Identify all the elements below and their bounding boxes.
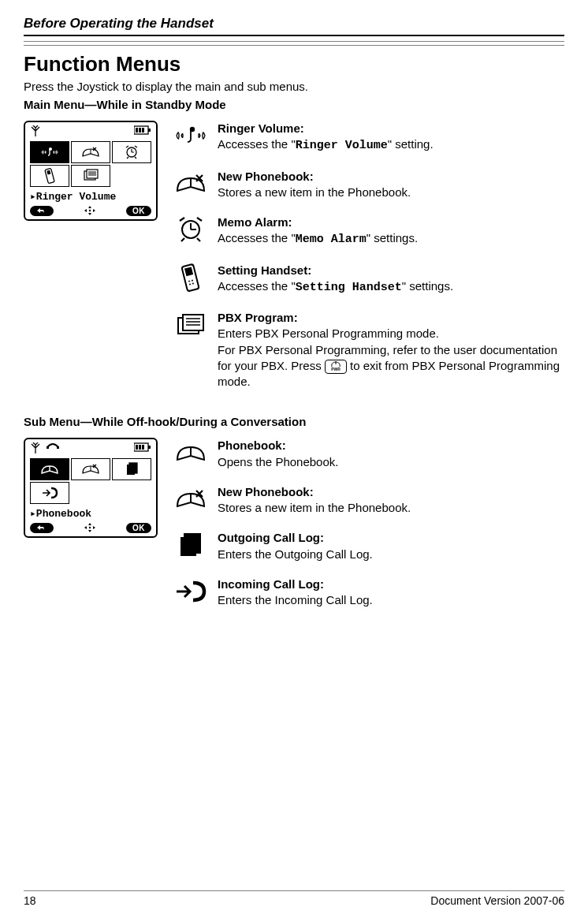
memo-alarm-icon bbox=[173, 215, 208, 244]
phonebook-icon bbox=[173, 438, 208, 468]
item-label: New Phonebook: bbox=[218, 170, 314, 183]
svg-rect-36 bbox=[142, 445, 144, 450]
svg-rect-43 bbox=[184, 534, 200, 553]
svg-rect-3 bbox=[139, 128, 141, 132]
svg-point-14 bbox=[89, 210, 91, 211]
svg-rect-24 bbox=[183, 315, 203, 330]
item-label: New Phonebook: bbox=[218, 485, 314, 498]
svg-point-20 bbox=[192, 279, 193, 281]
handset-screen-main: ▸Ringer Volume OK bbox=[24, 121, 158, 221]
svg-rect-31 bbox=[57, 446, 59, 449]
svg-point-15 bbox=[190, 127, 195, 132]
svg-rect-4 bbox=[142, 128, 144, 132]
list-item: Incoming Call Log: Enters the Incoming C… bbox=[173, 577, 564, 609]
soft-key-back bbox=[30, 523, 54, 533]
list-item: Setting Handset: Accesses the "Setting H… bbox=[173, 263, 564, 297]
grid-pbx-icon bbox=[71, 165, 110, 187]
ringer-volume-icon bbox=[173, 121, 208, 151]
item-label: Outgoing Call Log: bbox=[218, 531, 324, 544]
soft-key-ok: OK bbox=[126, 523, 151, 533]
list-item: New Phonebook: Stores a new item in the … bbox=[173, 169, 564, 201]
main-menu-block: ▸Ringer Volume OK Ring bbox=[24, 121, 564, 404]
item-label: Memo Alarm: bbox=[218, 215, 292, 229]
nav-diamond-icon bbox=[83, 522, 97, 533]
screen-selected-label: ▸Ringer Volume bbox=[30, 188, 151, 203]
sub-menu-heading: Sub Menu—While Off-hook/During a Convers… bbox=[24, 415, 564, 428]
setting-handset-icon bbox=[173, 263, 208, 293]
svg-point-22 bbox=[192, 282, 194, 284]
svg-point-40 bbox=[89, 527, 91, 528]
svg-rect-39 bbox=[129, 463, 137, 473]
list-item: PBX Program: Enters PBX Personal Program… bbox=[173, 310, 564, 390]
soft-key-back bbox=[30, 206, 54, 216]
power-button-icon: PWR bbox=[325, 360, 347, 374]
svg-rect-35 bbox=[139, 445, 141, 450]
svg-rect-30 bbox=[47, 446, 49, 449]
grid-phonebook-icon bbox=[30, 458, 69, 480]
svg-rect-18 bbox=[184, 267, 193, 276]
item-label: Phonebook: bbox=[218, 438, 286, 452]
grid-phonebook-new-icon bbox=[71, 141, 110, 163]
screen-selected-label: ▸Phonebook bbox=[30, 506, 151, 521]
new-phonebook-icon bbox=[173, 484, 208, 514]
nav-diamond-icon bbox=[83, 205, 97, 216]
handset-screen-sub: ▸Phonebook OK bbox=[24, 438, 158, 538]
svg-point-19 bbox=[188, 280, 190, 282]
item-label: Setting Handset: bbox=[218, 263, 311, 277]
list-item: Ringer Volume: Accesses the "Ringer Volu… bbox=[173, 121, 564, 155]
antenna-icon bbox=[30, 125, 41, 138]
svg-rect-2 bbox=[136, 128, 138, 132]
svg-rect-34 bbox=[136, 445, 138, 450]
page-content: Before Operating the Handset Function Me… bbox=[0, 0, 588, 622]
page-title: Function Menus bbox=[24, 52, 564, 76]
document-version: Document Version 2007-06 bbox=[430, 894, 564, 907]
svg-rect-1 bbox=[148, 129, 151, 132]
item-label: PBX Program: bbox=[218, 311, 298, 324]
antenna-icon bbox=[30, 442, 41, 455]
grid-outgoing-log-icon bbox=[112, 458, 151, 480]
soft-key-ok: OK bbox=[126, 206, 151, 216]
new-phonebook-icon bbox=[173, 169, 208, 199]
list-item: Memo Alarm: Accesses the "Memo Alarm" se… bbox=[173, 215, 564, 248]
intro-text: Press the Joystick to display the main a… bbox=[24, 80, 564, 93]
incoming-call-log-icon bbox=[173, 577, 208, 606]
main-menu-heading: Main Menu—While in Standby Mode bbox=[24, 98, 564, 111]
battery-icon bbox=[134, 442, 151, 455]
svg-rect-33 bbox=[148, 446, 151, 449]
battery-icon bbox=[134, 125, 151, 138]
grid-clock-icon bbox=[112, 141, 151, 163]
running-header: Before Operating the Handset bbox=[24, 16, 564, 32]
svg-point-5 bbox=[49, 147, 52, 151]
offhook-icon bbox=[46, 442, 60, 455]
pbx-program-icon bbox=[173, 310, 208, 340]
page-footer: 18 Document Version 2007-06 bbox=[24, 890, 564, 907]
grid-phonebook-new-icon bbox=[71, 458, 110, 480]
list-item: Phonebook: Opens the Phonebook. bbox=[173, 438, 564, 470]
item-label: Incoming Call Log: bbox=[218, 577, 324, 591]
item-label: Ringer Volume: bbox=[218, 121, 304, 135]
sub-menu-block: ▸Phonebook OK Phoneboo bbox=[24, 438, 564, 622]
svg-text:PWR: PWR bbox=[331, 367, 341, 371]
grid-incoming-log-icon bbox=[30, 482, 69, 504]
list-item: Outgoing Call Log: Enters the Outgoing C… bbox=[173, 530, 564, 562]
grid-handset-icon bbox=[30, 165, 69, 187]
grid-ringer-icon bbox=[30, 141, 69, 163]
list-item: New Phonebook: Stores a new item in the … bbox=[173, 484, 564, 517]
svg-rect-8 bbox=[47, 170, 50, 175]
svg-point-21 bbox=[189, 283, 191, 285]
page-number: 18 bbox=[24, 894, 36, 907]
outgoing-call-log-icon bbox=[173, 530, 208, 560]
